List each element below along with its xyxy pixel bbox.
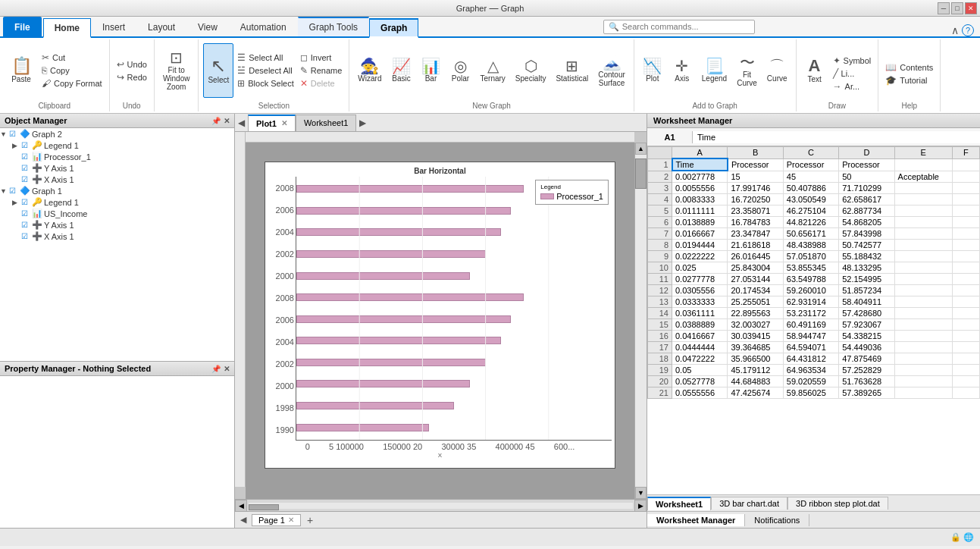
panel-close-icon[interactable]: ✕ (224, 117, 230, 125)
col-header-B[interactable]: B (728, 147, 783, 159)
cell-17-4[interactable]: 54.449036 (839, 342, 894, 353)
tab-file[interactable]: File (3, 17, 42, 36)
cell-19-6[interactable] (952, 365, 979, 376)
col-header-D[interactable]: D (839, 147, 894, 159)
cell-11-1[interactable]: 0.0277778 (672, 274, 728, 285)
cell-3-2[interactable]: 17.991746 (728, 183, 783, 194)
cell-5-4[interactable]: 62.887734 (839, 205, 894, 217)
copy-format-button[interactable]: 🖌 Copy Format (39, 77, 105, 89)
tree-item-g1[interactable]: ▼☑🔷Graph 1 (0, 185, 234, 196)
cell-18-2[interactable]: 35.966500 (728, 353, 783, 365)
cell-16-6[interactable] (952, 331, 979, 342)
wizard-button[interactable]: 🧙 Wizard (354, 43, 385, 98)
table-row[interactable]: 200.052777844.68488359.02055951.763628 (648, 376, 980, 387)
cell-6-4[interactable]: 54.868205 (839, 217, 894, 228)
cell-7-2[interactable]: 23.347847 (728, 228, 783, 240)
plot-white-area[interactable]: Bar Horizontal 2008 2006 2004 2002 2000 … (265, 162, 615, 469)
cell-17-6[interactable] (952, 342, 979, 353)
cell-7-3[interactable]: 50.656171 (783, 228, 838, 240)
cell-2-6[interactable] (952, 171, 979, 183)
cell-7-5[interactable] (894, 228, 952, 240)
cell-21-5[interactable] (894, 387, 952, 399)
cell-5-6[interactable] (952, 205, 979, 217)
horizontal-scrollbar[interactable]: ◀ ▶ (235, 499, 647, 511)
plot-button[interactable]: 📉 Plot (639, 43, 666, 98)
deselect-all-button[interactable]: ☱ Deselect All (235, 64, 296, 77)
cell-15-4[interactable]: 57.923067 (839, 319, 894, 331)
select-all-button[interactable]: ☰ Select All (235, 52, 296, 64)
cell-14-6[interactable] (952, 308, 979, 319)
table-row[interactable]: 100.02525.84300453.85534548.133295 (648, 262, 980, 274)
cell-2-2[interactable]: 15 (728, 171, 783, 183)
tree-item-g2p1[interactable]: ☑📊Processor_1 (0, 151, 234, 162)
panel-pin-icon[interactable]: 📌 (211, 117, 221, 125)
cell-1-5[interactable] (894, 158, 952, 171)
ws-nav-tab-manager[interactable]: Worksheet Manager (647, 514, 745, 526)
table-row[interactable]: 80.019444421.61861848.43898850.742577 (648, 240, 980, 251)
cell-19-4[interactable]: 57.252829 (839, 365, 894, 376)
cell-14-4[interactable]: 57.428680 (839, 308, 894, 319)
table-row[interactable]: 130.033333325.25505162.93191458.404911 (648, 296, 980, 308)
scroll-up-btn[interactable]: ▲ (635, 143, 647, 155)
cell-21-3[interactable]: 59.856025 (783, 387, 838, 399)
worksheet-grid[interactable]: A B C D E F 1TimeProcessorProcessorProce… (647, 146, 980, 494)
tab-prev-btn[interactable]: ◀ (235, 118, 248, 128)
cell-2-5[interactable]: Acceptable (894, 171, 952, 183)
tab-plot1-close[interactable]: ✕ (281, 119, 287, 127)
col-header-F[interactable]: F (952, 147, 979, 159)
cell-11-4[interactable]: 52.154995 (839, 274, 894, 285)
col-header-E[interactable]: E (894, 147, 952, 159)
table-row[interactable]: 210.055555647.42567459.85602557.389265 (648, 387, 980, 399)
cell-12-5[interactable] (894, 285, 952, 296)
cell-20-3[interactable]: 59.020559 (783, 376, 838, 387)
cell-20-1[interactable]: 0.0527778 (672, 376, 728, 387)
cell-9-2[interactable]: 26.016445 (728, 251, 783, 262)
rename-button[interactable]: ✎ Rename (298, 64, 345, 77)
search-input[interactable] (622, 22, 750, 31)
cell-4-3[interactable]: 43.050549 (783, 194, 838, 205)
cell-15-5[interactable] (894, 319, 952, 331)
table-row[interactable]: 40.008333316.72025043.05054962.658617 (648, 194, 980, 205)
cell-16-3[interactable]: 58.944747 (783, 331, 838, 342)
axis-button[interactable]: ✛ Axis (668, 43, 696, 98)
cell-10-1[interactable]: 0.025 (672, 262, 728, 274)
cell-11-5[interactable] (894, 274, 952, 285)
cell-20-2[interactable]: 44.684883 (728, 376, 783, 387)
cell-17-3[interactable]: 64.594071 (783, 342, 838, 353)
cell-3-3[interactable]: 50.407886 (783, 183, 838, 194)
cell-2-4[interactable]: 50 (839, 171, 894, 183)
help-icon[interactable]: ? (962, 24, 974, 36)
cell-13-1[interactable]: 0.0333333 (672, 296, 728, 308)
cell-20-6[interactable] (952, 376, 979, 387)
tab-graph-tools[interactable]: Graph Tools (298, 17, 369, 36)
cell-7-6[interactable] (952, 228, 979, 240)
cell-1-4[interactable]: Processor (839, 158, 894, 171)
cell-6-2[interactable]: 16.784783 (728, 217, 783, 228)
redo-button[interactable]: ↪ Redo (114, 71, 149, 83)
table-row[interactable]: 190.0545.17911264.96353457.252829 (648, 365, 980, 376)
cell-3-4[interactable]: 71.710299 (839, 183, 894, 194)
cell-19-3[interactable]: 64.963534 (783, 365, 838, 376)
table-row[interactable]: 30.005555617.99174650.40788671.710299 (648, 183, 980, 194)
cell-13-3[interactable]: 62.931914 (783, 296, 838, 308)
table-row[interactable]: 1TimeProcessorProcessorProcessor (648, 158, 980, 171)
cell-8-5[interactable] (894, 240, 952, 251)
cell-9-3[interactable]: 57.051870 (783, 251, 838, 262)
page-prev-btn[interactable]: ◀ (238, 515, 249, 525)
cell-19-1[interactable]: 0.05 (672, 365, 728, 376)
cell-16-5[interactable] (894, 331, 952, 342)
search-bar[interactable]: 🔍 (603, 20, 755, 34)
tree-item-g2y1[interactable]: ☑➕Y Axis 1 (0, 162, 234, 174)
cell-14-5[interactable] (894, 308, 952, 319)
cell-16-1[interactable]: 0.0416667 (672, 331, 728, 342)
cell-14-1[interactable]: 0.0361111 (672, 308, 728, 319)
cell-5-5[interactable] (894, 205, 952, 217)
scroll-left-btn[interactable]: ◀ (235, 500, 247, 512)
cell-11-2[interactable]: 27.053144 (728, 274, 783, 285)
table-row[interactable]: 150.038888932.00302760.49116957.923067 (648, 319, 980, 331)
page-add-btn[interactable]: + (304, 514, 316, 526)
cell-8-1[interactable]: 0.0194444 (672, 240, 728, 251)
table-row[interactable]: 140.036111122.89556353.23117257.428680 (648, 308, 980, 319)
tab-next-btn[interactable]: ▶ (356, 118, 369, 128)
tab-graph[interactable]: Graph (369, 18, 418, 38)
